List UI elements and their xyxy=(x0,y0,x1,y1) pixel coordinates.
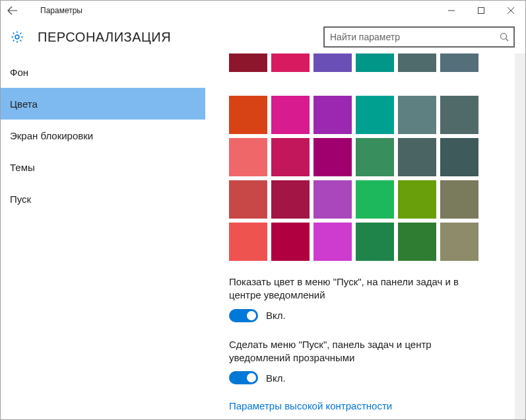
setting-label-show-color: Показать цвет в меню "Пуск", на панели з… xyxy=(229,275,493,302)
window-controls xyxy=(436,1,525,20)
color-swatch[interactable] xyxy=(440,96,478,134)
svg-point-1 xyxy=(15,35,19,39)
back-button[interactable] xyxy=(3,1,22,20)
color-swatch[interactable] xyxy=(271,180,310,219)
close-button[interactable] xyxy=(496,1,525,20)
sidebar-item-start[interactable]: Пуск xyxy=(1,183,205,215)
sidebar-item-label: Фон xyxy=(10,67,28,78)
settings-icon xyxy=(10,30,24,44)
scrollbar[interactable] xyxy=(515,53,525,419)
svg-point-2 xyxy=(501,34,507,40)
color-swatch[interactable] xyxy=(398,180,436,219)
color-swatch[interactable] xyxy=(440,223,478,261)
color-swatches xyxy=(229,53,502,261)
toggle-show-color[interactable] xyxy=(229,309,258,322)
content: Показать цвет в меню "Пуск", на панели з… xyxy=(205,53,515,419)
color-swatch[interactable] xyxy=(313,53,352,72)
sidebar-item-label: Экран блокировки xyxy=(10,130,93,141)
color-swatch[interactable] xyxy=(271,223,310,261)
color-swatch[interactable] xyxy=(271,138,310,176)
color-swatch[interactable] xyxy=(313,223,352,261)
color-swatch[interactable] xyxy=(356,180,394,219)
color-swatch[interactable] xyxy=(440,53,478,72)
toggle-state-show-color: Вкл. xyxy=(266,310,286,321)
color-swatch[interactable] xyxy=(229,223,267,261)
search-box[interactable] xyxy=(323,26,515,48)
sidebar-item-label: Темы xyxy=(10,162,35,173)
sidebar-item-label: Пуск xyxy=(10,193,31,205)
color-swatch[interactable] xyxy=(229,180,267,219)
window-title: Параметры xyxy=(40,6,436,15)
setting-label-transparent: Сделать меню "Пуск", панель задач и цент… xyxy=(229,338,493,365)
titlebar: Параметры xyxy=(1,1,525,20)
search-input[interactable] xyxy=(330,32,499,42)
sidebar-item-background[interactable]: Фон xyxy=(1,56,205,88)
toggle-state-transparent: Вкл. xyxy=(266,372,286,384)
color-swatch[interactable] xyxy=(440,180,478,219)
maximize-button[interactable] xyxy=(466,1,496,20)
sidebar: Фон Цвета Экран блокировки Темы Пуск xyxy=(1,53,205,419)
color-swatch[interactable] xyxy=(398,53,436,72)
header: ПЕРСОНАЛИЗАЦИЯ xyxy=(1,20,525,53)
high-contrast-link[interactable]: Параметры высокой контрастности xyxy=(229,400,392,411)
color-swatch[interactable] xyxy=(271,53,310,72)
color-swatch[interactable] xyxy=(440,138,478,176)
sidebar-item-label: Цвета xyxy=(10,98,38,110)
color-swatch[interactable] xyxy=(229,53,267,72)
svg-rect-0 xyxy=(478,8,484,14)
sidebar-item-colors[interactable]: Цвета xyxy=(1,88,205,120)
color-swatch[interactable] xyxy=(356,96,394,134)
search-icon xyxy=(499,32,510,42)
color-swatch[interactable] xyxy=(356,138,394,176)
color-swatch[interactable] xyxy=(271,96,310,134)
color-swatch[interactable] xyxy=(313,96,352,134)
color-swatch[interactable] xyxy=(398,96,436,134)
color-swatch[interactable] xyxy=(398,223,436,261)
color-swatch[interactable] xyxy=(356,53,394,72)
color-swatch[interactable] xyxy=(229,138,267,176)
sidebar-item-lockscreen[interactable]: Экран блокировки xyxy=(1,120,205,151)
sidebar-item-themes[interactable]: Темы xyxy=(1,151,205,183)
color-swatch[interactable] xyxy=(313,138,352,176)
minimize-button[interactable] xyxy=(436,1,466,20)
page-title: ПЕРСОНАЛИЗАЦИЯ xyxy=(38,30,323,45)
color-swatch[interactable] xyxy=(356,223,394,261)
color-swatch[interactable] xyxy=(229,96,267,134)
color-swatch[interactable] xyxy=(313,180,352,219)
toggle-transparent[interactable] xyxy=(229,371,258,384)
color-swatch[interactable] xyxy=(398,138,436,176)
